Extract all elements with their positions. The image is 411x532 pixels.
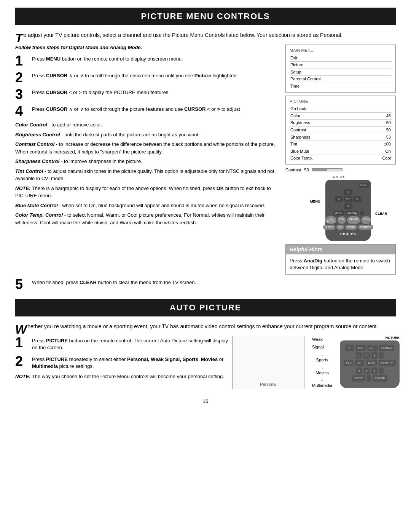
main-menu-setup: Setup — [290, 69, 392, 76]
remote-clear-label: CLEAR — [375, 212, 387, 216]
signal-sports: Sports — [316, 356, 328, 364]
helpful-hints-title: Helpful Hints — [286, 244, 395, 254]
rpi-picture-label: PICTURE — [340, 336, 400, 340]
step-1: 1 Press MENU button on the remote contro… — [15, 54, 278, 68]
rpi-2[interactable]: 2 — [363, 352, 370, 359]
remote-right-btn[interactable]: > — [353, 196, 362, 202]
arrow-2: ↓ — [321, 364, 323, 369]
remote-menu-label: MENU — [310, 200, 320, 203]
remote-top: CH – — [328, 183, 369, 188]
step-1-number: 1 — [15, 54, 29, 68]
rpi-wxyz[interactable]: WXYZ — [352, 375, 365, 382]
rpi-3[interactable]: 3 — [371, 352, 378, 359]
rpi-row-4: WXYZ SOUND — [344, 375, 396, 382]
picture-menu-color: Color45 — [290, 112, 392, 120]
main-menu-diagram: MAIN MENU Exit Picture Setup Parental Co… — [285, 45, 396, 93]
remote-down-btn[interactable]: ∨ — [344, 203, 352, 209]
rpi-power[interactable]: POWER — [379, 345, 394, 351]
arrow-3: ↓ — [321, 377, 323, 382]
remote-clear-btn[interactable]: CLEAR — [347, 216, 360, 224]
rpi-blank3 — [366, 375, 371, 382]
ap-step-1: 1 Press PICTURE button on the remote con… — [15, 336, 228, 351]
remote-menu-btn[interactable]: MENU — [333, 211, 344, 216]
main-menu-table: Exit Picture Setup Parental Control Time — [290, 55, 392, 90]
helpful-hints-body: Press Ana/Dig button on the remote to sw… — [286, 254, 395, 274]
rpi-1[interactable]: 1 — [356, 352, 362, 359]
rpi-5[interactable]: 5 — [363, 367, 370, 374]
step-4-number: 4 — [15, 104, 29, 118]
rpi-remote-body: +/− ABC DEF POWER 1 2 3 GHI — [340, 340, 400, 388]
step-3-number: 3 — [15, 88, 29, 101]
ap-intro-text: hether you re watching a movie or a spor… — [27, 323, 378, 329]
main-menu-parental: Parental Control — [290, 76, 392, 83]
remote-info-btn[interactable]: INFO — [361, 216, 371, 224]
rpi-sound[interactable]: SOUND — [373, 375, 387, 382]
ap-step-1-text: Press PICTURE button on the remote contr… — [32, 336, 228, 351]
pmc-drop-cap: T — [15, 32, 23, 44]
helpful-hints-box: Helpful Hints Press Ana/Dig button on th… — [285, 244, 396, 275]
follow-steps-label: Follow these steps for Digital Mode and … — [15, 45, 278, 50]
pmc-left-column: Follow these steps for Digital Mode and … — [15, 45, 278, 275]
picture-menu-goback: Go back — [290, 105, 392, 112]
step-4: 4 Press CURSOR ∧ or ∨ to scroll through … — [15, 104, 278, 118]
ap-center-column: Personal — [232, 336, 308, 391]
step-1-text: Press MENU button on the remote control … — [32, 54, 183, 62]
sharpness-control-desc: Sharpness Control - to improve sharpness… — [15, 158, 278, 165]
picture-menu-bluemute: Blue MuteOn — [290, 148, 392, 155]
remote-sleep-btn[interactable]: SLEEP — [323, 225, 336, 230]
pmc-intro-text: o adjust your TV picture controls, selec… — [24, 32, 343, 38]
picture-menu-brightness: Brightness50 — [290, 120, 392, 127]
rpi-ghi[interactable]: GHI — [344, 360, 353, 366]
rpi-row-3: 4 5 6 — [344, 367, 396, 374]
picture-menu-colortemp: Color Temp.Cool — [290, 155, 392, 162]
rpi-jkl[interactable]: JKL — [355, 360, 365, 366]
ap-note: NOTE: The way you choose to set the Pict… — [15, 373, 228, 380]
remote-arrows-label: ∧ ∨ < > — [333, 175, 349, 179]
remote-ch-button[interactable]: CH – — [359, 183, 369, 188]
remote-row-menu: MENU Ana/Dig — [328, 211, 369, 216]
remote-left-btn[interactable]: < — [335, 196, 343, 202]
rpi-4[interactable]: 4 — [356, 367, 362, 374]
remote-picture: PICTURE +/− ABC DEF POWER 1 2 3 — [340, 336, 400, 388]
remote-anadig-btn[interactable]: Ana/Dig — [346, 211, 359, 216]
signal-multimedia: Multimedia — [312, 382, 332, 390]
rpi-abc[interactable]: ABC — [355, 345, 366, 351]
picture-display-box: Personal — [232, 336, 304, 389]
remote-row-goback: GO BACK FAV CLEAR INFO — [328, 216, 369, 224]
rpi-plus-minus[interactable]: +/− — [345, 345, 354, 351]
remote-up-btn[interactable]: ∧ — [344, 189, 352, 195]
remote-zoom-btn[interactable]: ZOOM — [345, 225, 357, 230]
remote-cc-btn[interactable]: CC — [336, 225, 344, 230]
remote-body: CH – ∧ < OK > ∨ — [325, 180, 371, 241]
remote-brand: PHILIPS — [328, 232, 369, 236]
contrast-bar — [312, 168, 342, 171]
contrast-bar-label: Contrast — [285, 168, 301, 172]
rpi-picture-btn[interactable]: PICTURE — [379, 360, 396, 366]
pmc-right-column: MAIN MENU Exit Picture Setup Parental Co… — [285, 45, 396, 275]
note-bargraphic: NOTE: There is a bargraphic to display f… — [15, 185, 278, 200]
main-menu-time: Time — [290, 83, 392, 89]
signal-flow: Weak Signal ↓ Sports ↓ Movies ↓ Multimed… — [312, 336, 332, 390]
step-2-number: 2 — [15, 71, 29, 85]
picture-menu-sharpness: Sharpness53 — [290, 134, 392, 141]
remote-goback-btn[interactable]: GO BACK — [325, 216, 336, 224]
tint-control-desc: Tint Control - to adjust natural skin to… — [15, 168, 278, 182]
rpi-def[interactable]: DEF — [367, 345, 378, 351]
rpi-mno[interactable]: MNO — [366, 360, 377, 366]
step-5-text: When finished, press CLEAR button to cle… — [32, 278, 196, 286]
page-number: 16 — [15, 398, 396, 404]
remote-ok-btn[interactable]: OK — [344, 196, 352, 202]
rpi-blank1 — [379, 352, 384, 359]
remote-fav-btn[interactable]: FAV — [338, 216, 346, 224]
rpi-row-1: 1 2 3 — [344, 352, 396, 359]
remote-source-btn[interactable]: SOURCE — [358, 225, 373, 230]
remote-illustration: ∧ ∨ < > MENU CLEAR CH – ∧ < OK — [285, 175, 396, 241]
ap-step-2-text: Press PICTURE repeatedly to select eithe… — [32, 355, 228, 370]
rpi-6[interactable]: 6 — [371, 367, 378, 374]
remote-extra-btn[interactable] — [360, 211, 364, 216]
rpi-row-2: GHI JKL MNO PICTURE — [344, 360, 396, 366]
contrast-bar-container: Contrast 50 — [285, 168, 396, 172]
step-3-text: Press CURSOR < or > to display the PICTU… — [32, 88, 170, 96]
ap-drop-cap: W — [15, 323, 27, 335]
auto-picture-title: AUTO PICTURE — [15, 299, 396, 316]
